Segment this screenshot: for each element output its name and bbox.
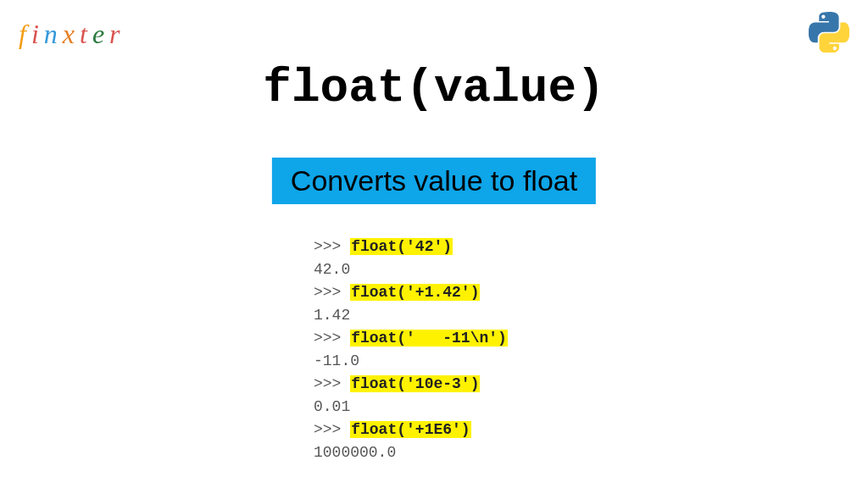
python-icon: [809, 12, 849, 53]
code-call: float('+1.42'): [350, 284, 480, 301]
code-call: float('42'): [350, 238, 453, 255]
code-call: float('10e-3'): [350, 375, 480, 392]
code-row: >>> float('42'): [314, 236, 508, 258]
code-call: float('+1E6'): [350, 421, 470, 438]
brand-letter: x: [63, 19, 80, 50]
code-row: >>> float('+1E6'): [314, 419, 508, 441]
brand-logo: finxter: [19, 19, 125, 50]
code-row: >>> float(' -11\n'): [314, 327, 508, 350]
code-output: 1.42: [314, 304, 508, 327]
brand-letter: n: [44, 19, 63, 50]
code-output: 1000000.0: [314, 441, 508, 464]
brand-letter: f: [19, 19, 31, 50]
code-example: >>> float('42') 42.0 >>> float('+1.42') …: [314, 236, 508, 464]
brand-letter: r: [109, 19, 125, 50]
repl-prompt: >>>: [314, 238, 350, 255]
repl-prompt: >>>: [314, 284, 350, 301]
page-title: float(value): [0, 61, 868, 115]
brand-letter: e: [92, 19, 109, 50]
code-output: 42.0: [314, 258, 508, 281]
code-row: >>> float('+1.42'): [314, 281, 508, 304]
code-row: >>> float('10e-3'): [314, 373, 508, 396]
code-call: float(' -11\n'): [350, 330, 508, 347]
code-output: -11.0: [314, 350, 508, 373]
brand-letter: i: [31, 19, 44, 50]
repl-prompt: >>>: [314, 330, 350, 347]
repl-prompt: >>>: [314, 421, 350, 438]
subtitle-text: Converts value to float: [291, 164, 577, 197]
brand-letter: t: [80, 19, 92, 50]
subtitle-banner: Converts value to float: [272, 158, 596, 204]
repl-prompt: >>>: [314, 375, 350, 392]
code-output: 0.01: [314, 396, 508, 419]
